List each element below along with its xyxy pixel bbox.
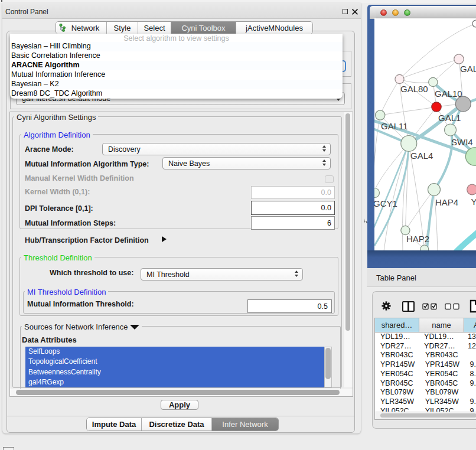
svg-text:GAL80: GAL80 [400, 84, 428, 94]
svg-text:GAL4: GAL4 [410, 151, 433, 161]
svg-text:HAP4: HAP4 [435, 197, 458, 207]
svg-text:GAL10: GAL10 [435, 89, 462, 99]
svg-text:GAL1: GAL1 [438, 113, 461, 123]
svg-text:GCY1: GCY1 [374, 198, 397, 208]
svg-text:Y: Y [471, 197, 476, 207]
svg-text:GAL11: GAL11 [381, 121, 408, 131]
svg-text:HAP2: HAP2 [406, 234, 429, 244]
svg-text:GAL7: GAL7 [460, 64, 476, 74]
svg-text:SWI4: SWI4 [451, 137, 473, 147]
